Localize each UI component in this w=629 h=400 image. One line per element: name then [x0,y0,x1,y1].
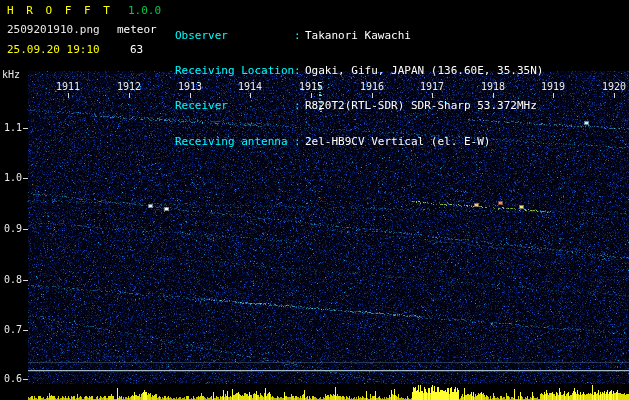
x-tick-label: 1918 [481,82,505,92]
y-tick-label: 0.7 [0,325,22,335]
app-version: 1.0.0 [128,5,161,16]
x-tick-label: 1913 [178,82,202,92]
y-axis-unit-label: kHz [2,70,20,80]
x-tick-label: 1916 [360,82,384,92]
y-tick-label: 1.0 [0,173,22,183]
info-value: Ogaki, Gifu, JAPAN (136.60E, 35.35N) [305,64,543,77]
info-value: Takanori Kawachi [305,29,411,42]
info-colon: : [294,100,305,112]
output-filename: 2509201910.png [7,24,100,35]
info-row-observer: Observer:Takanori Kawachi [175,30,543,42]
info-colon: : [294,30,305,42]
info-label: Receiver [175,100,294,112]
hrofft-output-screen: H R O F F T 1.0.0 2509201910.png meteor … [0,0,629,400]
observation-datetime: 25.09.20 19:10 [7,44,100,55]
info-value: 2el-HB9CV Vertical (el. E-W) [305,135,490,148]
x-tick-label: 1917 [420,82,444,92]
info-label: Observer [175,30,294,42]
info-value: R820T2(RTL-SDR) SDR-Sharp 53.372MHz [305,99,537,112]
x-tick-label: 1919 [541,82,565,92]
x-tick-label: 1920 [602,82,626,92]
x-tick-label: 1912 [117,82,141,92]
echo-count: 63 [130,44,143,55]
x-tick-label: 1915 [299,82,323,92]
info-colon: : [294,136,305,148]
info-row-receiver: Receiver:R820T2(RTL-SDR) SDR-Sharp 53.37… [175,100,543,112]
y-tick-label: 0.9 [0,224,22,234]
info-label: Receiving Location [175,65,294,77]
y-tick-label: 0.6 [0,374,22,384]
info-row-location: Receiving Location:Ogaki, Gifu, JAPAN (1… [175,65,543,77]
x-tick-label: 1911 [56,82,80,92]
x-tick-label: 1914 [238,82,262,92]
info-label: Receiving antenna [175,136,294,148]
y-tick-label: 1.1 [0,123,22,133]
observation-mode: meteor [117,24,157,35]
info-row-antenna: Receiving antenna:2el-HB9CV Vertical (el… [175,136,543,148]
info-colon: : [294,65,305,77]
y-tick-label: 0.8 [0,275,22,285]
app-title: H R O F F T [7,5,113,16]
